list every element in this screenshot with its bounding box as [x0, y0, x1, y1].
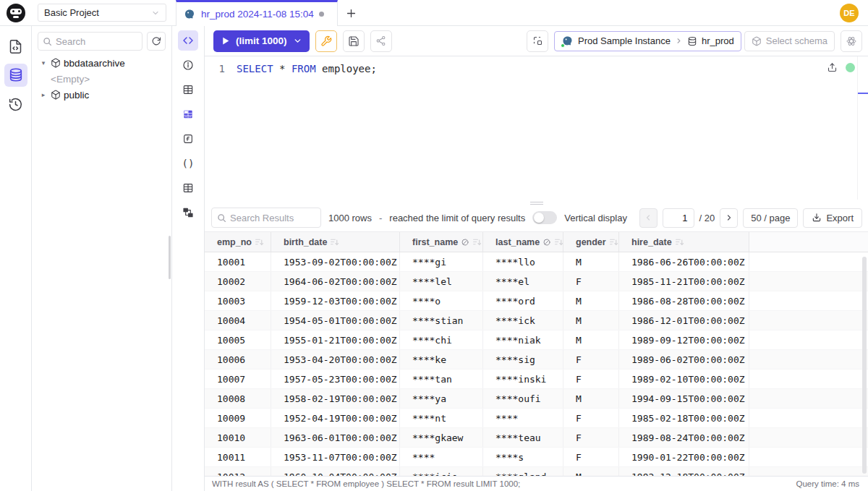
table-cell[interactable]: 1985-11-21T00:00:00Z	[619, 272, 749, 291]
parens-icon[interactable]: ()	[178, 153, 198, 174]
table-cell[interactable]: M	[563, 311, 619, 330]
column-header[interactable]: gender	[563, 232, 619, 252]
table-cell[interactable]: 10010	[205, 428, 271, 447]
table-cell[interactable]: ****ord	[483, 291, 563, 310]
table-cell[interactable]: ****el	[483, 272, 563, 291]
schema-diagram-icon[interactable]	[178, 202, 198, 223]
table-cell[interactable]: 1953-11-07T00:00:00Z	[271, 448, 400, 466]
page-number-input[interactable]	[663, 208, 694, 228]
code-icon[interactable]	[178, 30, 198, 51]
save-icon[interactable]	[343, 30, 365, 52]
table-cell[interactable]: 1989-09-12T00:00:00Z	[619, 330, 749, 349]
table-row[interactable]: 100081958-02-19T00:00:00Z****ya****oufiM…	[205, 389, 868, 409]
table-cell[interactable]: 1957-05-23T00:00:00Z	[271, 370, 400, 388]
table-cell[interactable]: ****teau	[483, 428, 563, 447]
caret-down-icon[interactable]: ▾	[39, 59, 48, 67]
data-table-icon[interactable]	[178, 104, 198, 124]
table-cell[interactable]: ****oufi	[483, 389, 563, 408]
table-cell[interactable]: 1990-01-22T00:00:00Z	[619, 448, 749, 466]
connection-selector[interactable]: Prod Sample Instance hr_prod	[554, 31, 741, 51]
table-cell[interactable]: 1992-12-18T00:00:00Z	[619, 467, 749, 476]
tree-search-input[interactable]	[56, 36, 121, 47]
table-icon[interactable]	[178, 178, 198, 198]
table-cell[interactable]: ****gkaew	[400, 428, 483, 447]
table-cell[interactable]: F	[563, 370, 619, 388]
table-cell[interactable]: ****chi	[400, 330, 483, 349]
table-cell[interactable]: M	[563, 330, 619, 349]
schema-selector[interactable]: Select schema	[744, 31, 835, 51]
table-cell[interactable]: ****gland	[483, 467, 563, 476]
sort-icon[interactable]	[675, 237, 684, 247]
prev-page-button[interactable]	[639, 208, 658, 228]
refresh-icon[interactable]	[147, 32, 166, 51]
sql-code-editor[interactable]: 1 SELECT * FROM employee;	[205, 56, 868, 200]
table-row[interactable]: 100101963-06-01T00:00:00Z****gkaew****te…	[205, 428, 868, 448]
export-button[interactable]: Export	[803, 208, 862, 228]
table-cell[interactable]: 1964-06-02T00:00:00Z	[271, 272, 400, 291]
table-row[interactable]: 100051955-01-21T00:00:00Z****chi****niak…	[205, 330, 868, 350]
table-cell[interactable]: 10011	[205, 448, 271, 466]
table-row[interactable]: 100091952-04-19T00:00:00Z****nt****F1985…	[205, 409, 868, 428]
table-cell[interactable]: 10003	[205, 291, 271, 310]
upload-sheet-icon[interactable]	[827, 62, 838, 73]
vertical-display-toggle[interactable]	[532, 211, 557, 224]
table-icon[interactable]	[178, 80, 198, 100]
table-cell[interactable]: ****gi	[400, 252, 483, 271]
table-cell[interactable]: 10006	[205, 350, 271, 369]
share-icon[interactable]	[370, 30, 392, 52]
tree-scrollbar[interactable]	[169, 236, 171, 279]
sort-icon[interactable]	[609, 237, 618, 247]
history-icon[interactable]	[4, 93, 27, 116]
table-row[interactable]: 100071957-05-23T00:00:00Z****tan****insk…	[205, 370, 868, 389]
table-cell[interactable]: ****	[483, 409, 563, 427]
table-cell[interactable]: 10012	[205, 467, 271, 476]
table-cell[interactable]: ****nt	[400, 409, 483, 427]
table-cell[interactable]: ****	[400, 448, 483, 466]
table-cell[interactable]: 1953-04-20T00:00:00Z	[271, 350, 400, 369]
column-header[interactable]: last_name	[483, 232, 563, 252]
user-avatar[interactable]: DE	[840, 4, 859, 22]
table-cell[interactable]: ****ick	[483, 311, 563, 330]
table-row[interactable]: 100021964-06-02T00:00:00Z****lel****elF1…	[205, 272, 868, 291]
table-cell[interactable]: ****o	[400, 291, 483, 310]
table-cell[interactable]: 1985-02-18T00:00:00Z	[619, 409, 749, 427]
tree-item-bbdataarchive[interactable]: ▾ bbdataarchive	[32, 55, 171, 71]
run-query-button[interactable]: (limit 1000)	[213, 30, 310, 52]
table-cell[interactable]: ****s	[483, 448, 563, 466]
column-header[interactable]: emp_no	[205, 232, 271, 252]
caret-right-icon[interactable]: ▸	[39, 91, 48, 98]
grid-scrollbar[interactable]	[862, 257, 867, 474]
table-cell[interactable]: ****stian	[400, 311, 483, 330]
resize-handle[interactable]	[530, 200, 543, 206]
table-cell[interactable]: 1989-02-10T00:00:00Z	[619, 370, 749, 388]
table-cell[interactable]: 1986-06-26T00:00:00Z	[619, 252, 749, 271]
table-cell[interactable]: M	[563, 389, 619, 408]
table-cell[interactable]: ****llo	[483, 252, 563, 271]
column-header[interactable]: birth_date	[271, 232, 400, 252]
sort-icon[interactable]	[330, 237, 339, 247]
sort-icon[interactable]	[554, 237, 563, 247]
next-page-button[interactable]	[720, 208, 738, 228]
table-cell[interactable]: F	[563, 448, 619, 466]
table-cell[interactable]: 10002	[205, 272, 271, 291]
table-cell[interactable]: 1959-12-03T00:00:00Z	[271, 291, 400, 310]
table-cell[interactable]: 1986-12-01T00:00:00Z	[619, 311, 749, 330]
table-cell[interactable]: ****ke	[400, 350, 483, 369]
table-cell[interactable]: 1989-06-02T00:00:00Z	[619, 350, 749, 369]
table-cell[interactable]: 10009	[205, 409, 271, 427]
column-header[interactable]: hire_date	[619, 232, 749, 252]
table-cell[interactable]: 10001	[205, 252, 271, 271]
table-cell[interactable]: 1994-09-15T00:00:00Z	[619, 389, 749, 408]
table-cell[interactable]: ****niak	[483, 330, 563, 349]
tab-worksheet[interactable]: hr_prod 2024-11-08 15:04	[176, 0, 338, 26]
column-header[interactable]: first_name	[400, 232, 483, 252]
table-cell[interactable]: 1960-10-04T00:00:00Z	[271, 467, 400, 476]
wrench-icon[interactable]	[315, 30, 337, 52]
table-cell[interactable]: M	[563, 291, 619, 310]
table-cell[interactable]: ****icio	[400, 467, 483, 476]
table-cell[interactable]: 10005	[205, 330, 271, 349]
table-cell[interactable]: ****tan	[400, 370, 483, 388]
table-cell[interactable]: ****inski	[483, 370, 563, 388]
table-cell[interactable]: 1952-04-19T00:00:00Z	[271, 409, 400, 427]
table-cell[interactable]: 1955-01-21T00:00:00Z	[271, 330, 400, 349]
